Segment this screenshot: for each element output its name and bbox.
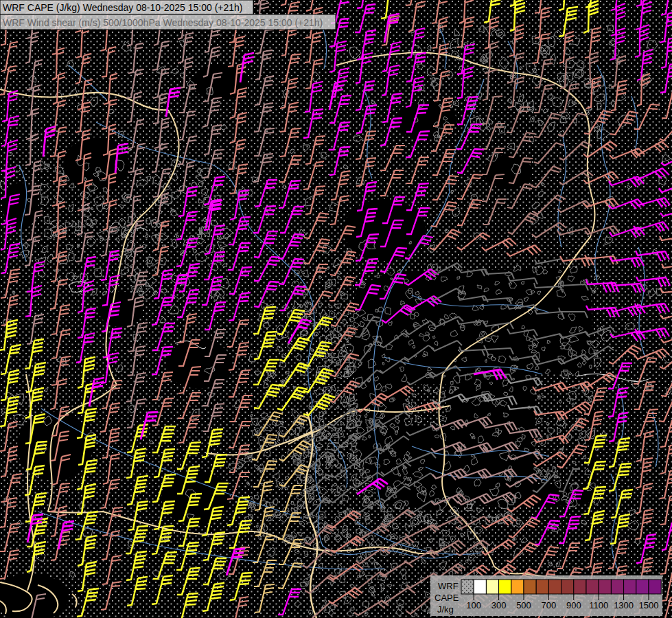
svg-text:900: 900: [566, 600, 581, 610]
svg-text:WRF: WRF: [438, 581, 459, 591]
svg-text:CAPE: CAPE: [435, 593, 459, 603]
svg-text:WRF CAPE (J/kg) Wednesday 08-1: WRF CAPE (J/kg) Wednesday 08-10-2025 15:…: [3, 2, 243, 13]
svg-text:1100: 1100: [589, 600, 608, 610]
svg-text:WRF Wind shear (m/s) 500/1000h: WRF Wind shear (m/s) 500/1000hPa Wednesd…: [3, 17, 323, 28]
svg-text:500: 500: [516, 600, 531, 610]
svg-text:1300: 1300: [614, 600, 634, 610]
svg-text:700: 700: [542, 600, 557, 610]
svg-text:1500: 1500: [639, 600, 659, 610]
svg-text:300: 300: [491, 600, 507, 610]
svg-text:J/kg: J/kg: [437, 604, 454, 615]
svg-text:100: 100: [466, 600, 481, 610]
